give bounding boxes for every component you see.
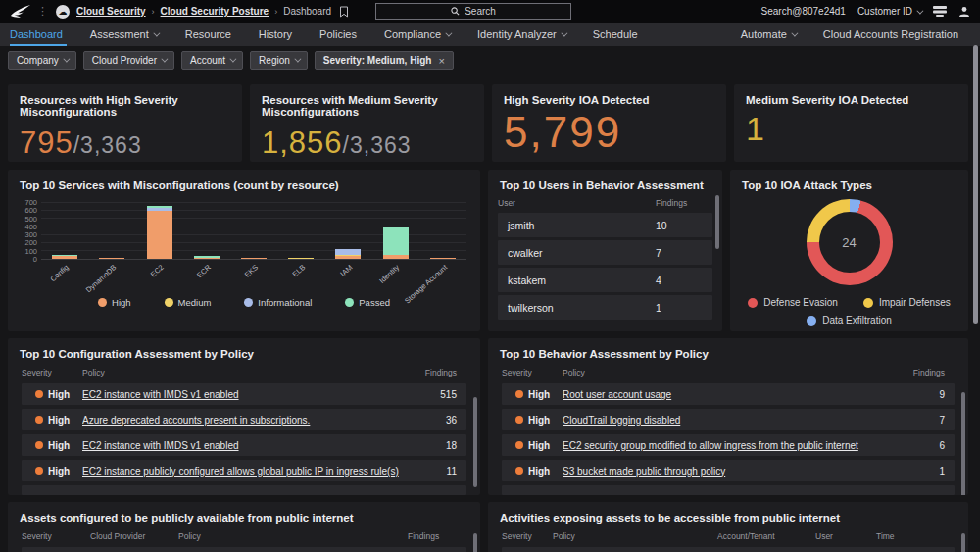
policy-row: High EC2 instance publicly configured al…	[22, 460, 466, 481]
breadcrumb-cloud-security[interactable]: Cloud Security	[76, 6, 146, 17]
tab-identity-analyzer[interactable]: Identity Analyzer	[464, 23, 579, 46]
cloud-accounts-registration-link[interactable]: Cloud Accounts Registration	[809, 23, 972, 46]
cloud-security-module-icon: ☁	[56, 5, 70, 19]
policy-link[interactable]: EC2 instance publicly configured allows …	[82, 466, 423, 477]
breadcrumb-dashboard: Dashboard	[283, 6, 331, 17]
col-severity: Severity	[22, 368, 82, 377]
severity-high-dot	[35, 441, 43, 449]
user-row[interactable]: twilkerson1	[498, 295, 712, 320]
breadcrumb-separator: ›	[274, 7, 277, 17]
close-icon[interactable]: ×	[438, 55, 444, 67]
kpi-total: /3,363	[343, 132, 412, 158]
tab-dashboard[interactable]: Dashboard	[8, 23, 76, 46]
card-scrollbar[interactable]	[961, 533, 965, 552]
tab-resource[interactable]: Resource	[172, 23, 245, 46]
col-policy: Policy	[82, 368, 423, 377]
policy-link[interactable]: S3 bucket made public through policy	[563, 466, 911, 477]
col-severity: Severity	[22, 531, 90, 541]
col-user: User	[815, 531, 876, 541]
charts-row: Top 10 Services with Misconfigurations (…	[8, 170, 968, 331]
col-time: Time	[876, 531, 955, 541]
legend-dot	[863, 298, 873, 308]
crowdstrike-falcon-logo	[10, 4, 31, 19]
users-behavior-card: Top 10 Users in Behavior Assessment User…	[488, 170, 722, 331]
tab-policies[interactable]: Policies	[306, 23, 370, 46]
card-scrollbar[interactable]	[473, 397, 477, 487]
global-search-input[interactable]: Search	[375, 3, 571, 20]
breadcrumb-cloud-security-posture[interactable]: Cloud Security Posture	[161, 6, 270, 17]
legend-item: Informational	[244, 297, 312, 308]
user-row[interactable]: cwalker7	[498, 240, 712, 265]
policy-link[interactable]: EC2 security group modified to allow ing…	[563, 440, 911, 451]
apps-menu-icon[interactable]	[933, 6, 947, 17]
policy-link[interactable]: Azure deprecated accounts present in sub…	[82, 415, 423, 426]
policy-row: High EC2 instance with IMDS v1 enabled 1…	[22, 434, 466, 456]
services-misconfig-chart-card: Top 10 Services with Misconfigurations (…	[8, 170, 480, 331]
tab-history[interactable]: History	[245, 23, 306, 46]
col-severity: Severity	[502, 368, 563, 377]
bookmark-icon[interactable]	[339, 6, 349, 18]
filter-company[interactable]: Company	[8, 51, 76, 70]
stacked-bar	[241, 203, 267, 259]
bar-segment	[99, 258, 124, 259]
breadcrumb: Cloud Security › Cloud Security Posture …	[76, 6, 331, 17]
kpi-row: Resources with High Severity Misconfigur…	[8, 84, 968, 162]
stacked-bar	[194, 203, 220, 259]
kpi-medium-ioa-card: Medium Severity IOA Detected 1	[734, 84, 968, 162]
col-account-tenant: Account/Tenant	[717, 531, 815, 541]
severity-high-dot	[35, 416, 43, 424]
user-row[interactable]: kstakem4	[498, 268, 712, 292]
top-bar: ⋮ ☁ Cloud Security › Cloud Security Post…	[0, 0, 980, 23]
policy-row: High Root user account usage 9	[502, 383, 955, 405]
table-row-partial	[22, 547, 466, 552]
kebab-menu-icon[interactable]: ⋮	[37, 6, 48, 17]
stacked-bar	[288, 203, 314, 259]
breadcrumb-separator: ›	[152, 7, 155, 17]
card-scrollbar[interactable]	[961, 392, 965, 495]
configuration-assessment-card: Top 10 Configuration Assessment by Polic…	[8, 338, 480, 495]
automate-menu[interactable]: Automate	[739, 23, 809, 46]
policy-row-partial	[502, 485, 955, 495]
kpi-high-misconfig-card: Resources with High Severity Misconfigur…	[8, 84, 242, 162]
legend-item: Impair Defenses	[863, 297, 951, 308]
filter-cloud-provider[interactable]: Cloud Provider	[83, 51, 174, 70]
col-policy: Policy	[563, 368, 911, 377]
policy-link[interactable]: CloudTrail logging disabled	[563, 415, 911, 426]
card-scrollbar[interactable]	[473, 533, 477, 552]
customer-id-dropdown[interactable]: Customer ID	[858, 6, 921, 17]
severity-high-dot	[515, 467, 523, 475]
filter-severity-chip[interactable]: Severity: Medium, High×	[315, 51, 454, 70]
page-scrollbar[interactable]	[973, 45, 978, 324]
policy-link[interactable]: Root user account usage	[563, 389, 911, 400]
chevron-down-icon	[294, 56, 301, 63]
user-profile-icon[interactable]	[958, 6, 970, 18]
policy-link[interactable]: EC2 instance with IMDS v1 enabled	[82, 440, 423, 451]
tab-schedule[interactable]: Schedule	[579, 23, 652, 46]
filter-region[interactable]: Region	[250, 51, 308, 70]
tab-assessment[interactable]: Assessment	[76, 23, 172, 46]
card-scrollbar[interactable]	[715, 195, 719, 249]
donut-center-value: 24	[807, 199, 893, 285]
public-activities-card: Activities exposing assets to be accessi…	[488, 502, 968, 552]
table-title: Activities exposing assets to be accessi…	[488, 502, 968, 524]
stacked-bar	[99, 203, 124, 259]
policy-link[interactable]: EC2 instance with IMDS v1 enabled	[82, 389, 423, 400]
severity-high-dot	[515, 441, 523, 449]
stacked-bar	[52, 203, 77, 259]
tab-compliance[interactable]: Compliance	[370, 23, 464, 46]
kpi-title: Medium Severity IOA Detected	[734, 84, 968, 106]
col-findings: Findings	[423, 368, 466, 377]
bar-segment	[288, 258, 314, 259]
filter-bar: Company Cloud Provider Account Region Se…	[0, 46, 980, 75]
chevron-down-icon	[561, 29, 567, 36]
user-row[interactable]: jsmith10	[498, 213, 712, 237]
chevron-down-icon	[916, 8, 923, 15]
chevron-down-icon	[229, 56, 236, 63]
filter-account[interactable]: Account	[181, 51, 243, 70]
kpi-value: 5,799	[504, 108, 621, 156]
col-severity: Severity	[502, 531, 553, 541]
col-user: User	[498, 198, 656, 208]
col-findings: Findings	[656, 198, 712, 208]
chevron-down-icon	[63, 56, 70, 63]
kpi-value: 1,856	[262, 125, 343, 160]
